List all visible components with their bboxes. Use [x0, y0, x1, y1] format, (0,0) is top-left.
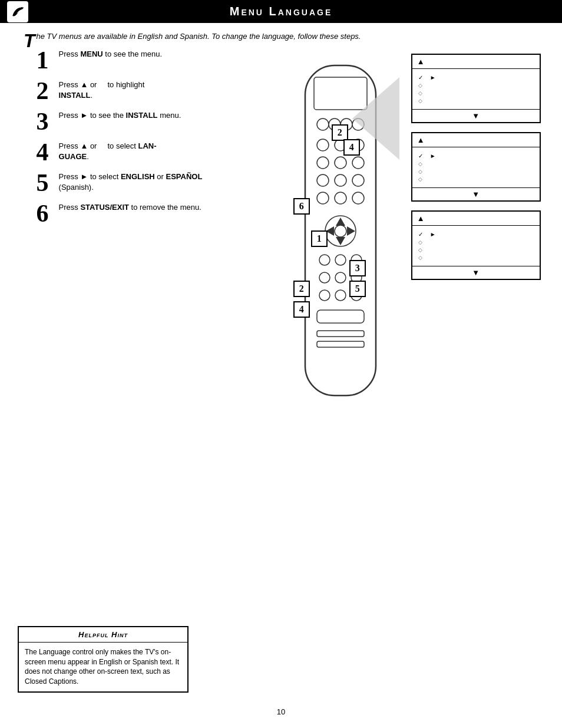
screen1-item-4: ◇: [418, 98, 534, 104]
screen2-footer: ▼: [412, 187, 540, 200]
badge-4-top: 4: [343, 139, 360, 156]
svg-point-32: [335, 290, 346, 301]
screen3-item-2: ◇: [418, 239, 534, 245]
svg-point-18: [352, 192, 364, 204]
screen1-header: ▲: [412, 55, 540, 69]
svg-point-14: [335, 174, 346, 186]
hint-body: The Language control only makes the TV's…: [19, 643, 187, 691]
step-number-6: 6: [37, 201, 54, 226]
screen2-item-4: ◇: [418, 176, 534, 182]
svg-point-15: [352, 174, 364, 186]
diamond-icon: ◇: [418, 83, 422, 88]
menu-screen-2: ▲ ✓ ► ◇ ◇: [411, 132, 541, 202]
check-icon: ✓: [418, 231, 423, 238]
screen3-footer: ▼: [412, 266, 540, 279]
step-5: 5 Press ► to select ENGLISH or ESPAÑOL (…: [37, 170, 225, 195]
check-icon: ✓: [418, 74, 423, 81]
screen3-item-1: ✓ ►: [418, 231, 534, 238]
step-number-4: 4: [37, 140, 54, 164]
diamond-icon: ◇: [418, 169, 422, 174]
header-icon: [7, 1, 28, 22]
down-arrow-icon: ▼: [472, 268, 480, 277]
step-text-1: Press MENU to see the menu.: [59, 48, 163, 60]
right-arrow-icon: ►: [430, 231, 436, 238]
step-number-1: 1: [37, 48, 54, 73]
main-content: 1 Press MENU to see the menu. 2 Press ▲ …: [37, 48, 544, 460]
svg-point-26: [335, 255, 346, 265]
step-6: 6 Press STATUS/EXIT to remove the menu.: [37, 201, 225, 226]
screen2-up-arrow: ▲: [417, 136, 425, 144]
badge-5: 5: [349, 281, 366, 297]
screen2-header: ▲: [412, 133, 540, 147]
step-2: 2 Press ▲ or to highlightINSTALL.: [37, 78, 225, 103]
visual-container: ▲ ✓ ► ◇ ◇: [234, 48, 541, 460]
screen1-up-arrow: ▲: [417, 57, 425, 66]
svg-rect-34: [317, 310, 364, 323]
hint-title: Helpful Hint: [19, 627, 187, 643]
badge-6: 6: [293, 198, 310, 215]
svg-point-23: [335, 225, 346, 237]
svg-point-0: [21, 7, 23, 9]
badge-4-bottom: 4: [293, 301, 310, 318]
svg-point-25: [319, 255, 330, 265]
screen1-footer: ▼: [412, 109, 540, 122]
step-number-3: 3: [37, 109, 54, 134]
steps-column: 1 Press MENU to see the menu. 2 Press ▲ …: [37, 48, 225, 460]
step-3: 3 Press ► to see the INSTALL menu.: [37, 109, 225, 134]
svg-point-11: [335, 157, 346, 169]
page-title: Menu Language: [230, 5, 333, 18]
menu-screen-1: ▲ ✓ ► ◇ ◇: [411, 54, 541, 123]
step-number-5: 5: [37, 170, 54, 195]
step-4: 4 Press ▲ or to select LAN-GUAGE.: [37, 140, 225, 164]
screen1-body: ✓ ► ◇ ◇ ◇: [412, 69, 540, 109]
screen3-item-3: ◇: [418, 247, 534, 253]
svg-point-16: [317, 192, 329, 204]
down-arrow-icon: ▼: [472, 111, 480, 120]
intro-body: he TV menus are available in English and…: [37, 32, 361, 41]
svg-point-3: [317, 118, 329, 130]
page-number: 10: [277, 707, 285, 716]
intro-text: T he TV menus are available in English a…: [24, 31, 538, 42]
screen1-item-1: ✓ ►: [418, 74, 534, 81]
svg-point-13: [317, 174, 329, 186]
screen2-item-2: ◇: [418, 161, 534, 167]
diamond-icon: ◇: [418, 161, 422, 167]
screen1-item-2: ◇: [418, 83, 534, 88]
svg-point-31: [319, 290, 330, 301]
step-text-6: Press STATUS/EXIT to remove the menu.: [59, 201, 201, 213]
svg-rect-36: [317, 341, 364, 347]
badge-2-top: 2: [332, 124, 348, 141]
screen3-header: ▲: [412, 212, 540, 226]
drop-cap: T: [24, 34, 35, 49]
badge-3: 3: [349, 260, 366, 276]
svg-point-17: [335, 192, 346, 204]
badge-2-bottom: 2: [293, 281, 310, 297]
down-arrow-icon: ▼: [472, 190, 480, 199]
diamond-icon: ◇: [418, 176, 422, 182]
visual-column: ▲ ✓ ► ◇ ◇: [231, 48, 544, 460]
badge-1: 1: [311, 230, 328, 247]
step-text-4: Press ▲ or to select LAN-GUAGE.: [59, 140, 157, 162]
svg-rect-35: [317, 331, 364, 337]
right-arrow-icon: ►: [430, 153, 436, 159]
step-1: 1 Press MENU to see the menu.: [37, 48, 225, 73]
screen3-item-4: ◇: [418, 255, 534, 261]
screen3-up-arrow: ▲: [417, 214, 425, 223]
step-number-2: 2: [37, 78, 54, 103]
step-text-2: Press ▲ or to highlightINSTALL.: [59, 78, 145, 101]
screen2-body: ✓ ► ◇ ◇ ◇: [412, 147, 540, 187]
diamond-icon: ◇: [418, 255, 422, 261]
helpful-hint-box: Helpful Hint The Language control only m…: [18, 626, 189, 693]
screen3-body: ✓ ► ◇ ◇ ◇: [412, 226, 540, 266]
svg-point-10: [317, 157, 329, 169]
svg-point-29: [335, 272, 346, 283]
screen1-item-3: ◇: [418, 90, 534, 96]
diamond-icon: ◇: [418, 247, 422, 253]
diamond-icon: ◇: [418, 90, 422, 96]
page-header: Menu Language: [0, 0, 562, 23]
svg-point-7: [317, 139, 329, 151]
step-text-3: Press ► to see the INSTALL menu.: [59, 109, 181, 121]
screen2-item-1: ✓ ►: [418, 153, 534, 159]
menu-screen-3: ▲ ✓ ► ◇ ◇: [411, 210, 541, 280]
screens-column: ▲ ✓ ► ◇ ◇: [411, 54, 541, 280]
